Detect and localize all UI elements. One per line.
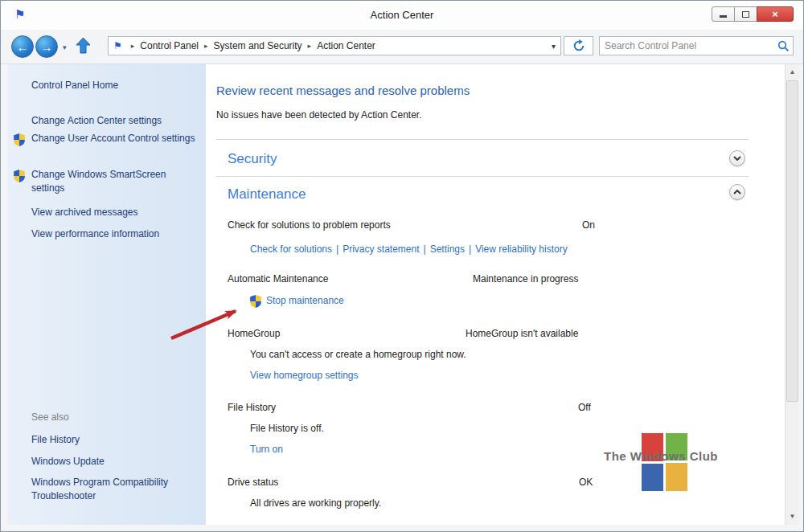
window-title: Action Center	[1, 9, 803, 21]
page-title: Review recent messages and resolve probl…	[216, 84, 470, 97]
windows-club-logo	[642, 433, 688, 493]
refresh-icon	[572, 39, 585, 52]
close-button[interactable]: ×	[757, 6, 794, 22]
up-arrow-icon	[76, 37, 91, 54]
link-separator: |	[336, 243, 338, 255]
titlebar: ⚑ Action Center ×	[1, 1, 803, 30]
close-icon: ×	[772, 9, 778, 19]
logo-blue-square	[642, 464, 663, 491]
breadcrumb-separator-icon: ▸	[308, 42, 312, 50]
homegroup-description: You can't access or create a homegroup r…	[250, 349, 466, 360]
up-button[interactable]	[76, 37, 91, 57]
link-settings[interactable]: Settings	[430, 243, 465, 255]
see-also-header: See also	[31, 411, 69, 423]
sidebar-item-file-history[interactable]: File History	[31, 433, 196, 447]
breadcrumb-separator-icon: ▸	[131, 42, 135, 50]
breadcrumb-item-control-panel[interactable]: Control Panel	[140, 40, 199, 51]
sidebar-item-view-performance-information[interactable]: View performance information	[31, 227, 196, 241]
uac-shield-icon	[250, 295, 261, 311]
link-view-reliability-history[interactable]: View reliability history	[475, 243, 568, 255]
main-content: ? Review recent messages and resolve pro…	[206, 64, 785, 525]
refresh-button[interactable]	[564, 36, 593, 55]
navigation-toolbar: ← → ▾ ⚑ ▸ Control Panel ▸ System and Sec…	[1, 30, 803, 64]
row-label-check-solutions: Check for solutions to problem reports	[228, 219, 391, 231]
divider	[216, 139, 749, 140]
breadcrumb-flag-icon: ⚑	[113, 40, 122, 51]
row-label-automatic-maintenance: Automatic Maintenance	[228, 273, 328, 284]
action-center-window: ⚑ Action Center × ← → ▾ ⚑ ▸ Control Pane…	[0, 0, 804, 532]
status-file-history: Off	[578, 402, 591, 413]
windows-club-watermark-text: The Windows Club	[604, 449, 718, 463]
link-stop-maintenance[interactable]: Stop maintenance	[266, 295, 344, 306]
maintenance-collapse-button[interactable]	[729, 184, 745, 200]
link-view-homegroup-settings[interactable]: View homegroup settings	[250, 370, 359, 381]
sidebar-item-change-uac-settings[interactable]: Change User Account Control settings	[31, 132, 196, 145]
sidebar-item-change-action-center-settings[interactable]: Change Action Center settings	[31, 114, 196, 128]
row-label-file-history: File History	[228, 402, 276, 413]
status-automatic-maintenance: Maintenance in progress	[473, 273, 578, 284]
back-icon: ←	[17, 40, 29, 54]
solutions-links-row: Check for solutions|Privacy statement|Se…	[250, 241, 568, 256]
link-separator: |	[424, 243, 426, 255]
section-security[interactable]: Security	[228, 151, 277, 167]
search-icon[interactable]	[777, 40, 790, 52]
scroll-down-icon[interactable]: ▼	[786, 510, 799, 523]
link-turn-on[interactable]: Turn on	[250, 444, 283, 455]
section-maintenance[interactable]: Maintenance	[228, 186, 306, 203]
drive-status-description: All drives are working properly.	[250, 497, 381, 509]
scroll-up-icon[interactable]: ▲	[786, 66, 799, 79]
link-check-for-solutions[interactable]: Check for solutions	[250, 243, 332, 255]
recent-pages-dropdown[interactable]: ▾	[63, 43, 67, 51]
back-button[interactable]: ←	[11, 35, 34, 58]
maximize-icon	[742, 11, 749, 18]
search-input[interactable]	[600, 40, 773, 51]
row-label-homegroup: HomeGroup	[228, 328, 280, 339]
status-check-solutions: On	[582, 219, 595, 231]
sidebar-item-windows-update[interactable]: Windows Update	[31, 455, 196, 469]
no-issues-text: No issues have been detected by Action C…	[216, 109, 422, 121]
status-drive-status: OK	[579, 477, 593, 488]
link-privacy-statement[interactable]: Privacy statement	[343, 243, 419, 255]
breadcrumb-item-action-center[interactable]: Action Center	[317, 40, 375, 51]
uac-shield-icon	[14, 133, 25, 149]
forward-icon: →	[41, 40, 53, 54]
chevron-up-icon	[733, 190, 741, 194]
link-separator: |	[469, 243, 471, 255]
logo-yellow-square	[666, 463, 687, 491]
row-label-drive-status: Drive status	[228, 477, 278, 488]
sidebar: Control Panel Home Change Action Center …	[7, 64, 206, 525]
breadcrumb-item-system-security[interactable]: System and Security	[214, 40, 302, 51]
sidebar-item-control-panel-home[interactable]: Control Panel Home	[31, 79, 196, 92]
breadcrumb-separator-icon: ▸	[204, 42, 208, 50]
minimize-icon	[720, 15, 727, 18]
sidebar-item-view-archived-messages[interactable]: View archived messages	[31, 206, 196, 219]
breadcrumb[interactable]: ⚑ ▸ Control Panel ▸ System and Security …	[108, 36, 561, 55]
sidebar-item-change-smartscreen-settings[interactable]: Change Windows SmartScreen settings	[31, 168, 196, 195]
status-homegroup: HomeGroup isn't available	[466, 328, 578, 339]
sidebar-item-windows-program-compat[interactable]: Windows Program Compatibility Troublesho…	[31, 476, 196, 503]
breadcrumb-dropdown-icon[interactable]: ▾	[552, 42, 556, 51]
maximize-button[interactable]	[734, 6, 757, 22]
chevron-down-icon	[733, 156, 741, 161]
forward-button[interactable]: →	[35, 35, 58, 58]
search-box	[599, 36, 794, 55]
uac-shield-icon	[14, 170, 25, 185]
security-expand-button[interactable]	[729, 150, 745, 166]
divider	[216, 176, 749, 177]
minimize-button[interactable]	[712, 6, 735, 22]
scrollbar-thumb[interactable]	[786, 80, 798, 402]
window-body: Control Panel Home Change Action Center …	[1, 64, 803, 532]
file-history-description: File History is off.	[250, 423, 324, 434]
vertical-scrollbar[interactable]: ▲ ▼	[785, 64, 798, 525]
